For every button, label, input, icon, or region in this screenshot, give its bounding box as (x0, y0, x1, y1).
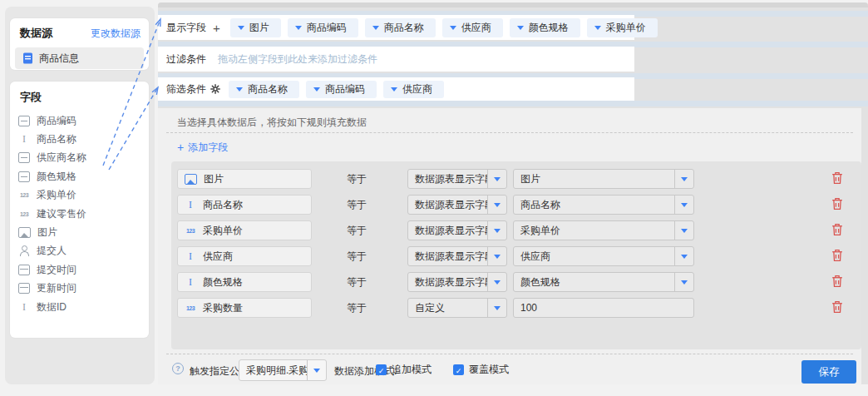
rule-source-value: 数据源表显示字段值 (408, 172, 487, 186)
caret-down-icon[interactable] (487, 196, 506, 214)
screen-condition-tag[interactable]: 商品名称 (229, 81, 299, 98)
rule-value-text: 颜色规格 (514, 275, 674, 290)
tag-label: 商品编码 (325, 82, 365, 97)
field-item[interactable]: 提交人 (18, 242, 141, 260)
rule-field-label: 采购数量 (203, 301, 243, 315)
caret-down-icon[interactable] (487, 170, 506, 188)
delete-row-button[interactable] (831, 249, 843, 262)
field-item[interactable]: 提交时间 (18, 260, 141, 279)
caret-down-icon[interactable] (307, 360, 326, 380)
left-panel: 数据源 更改数据源 商品信息 字段 商品编码 (5, 7, 155, 384)
rule-source-select[interactable]: 数据源表显示字段值 (407, 220, 507, 240)
caret-down-icon[interactable] (487, 299, 506, 317)
caret-down-icon[interactable] (594, 26, 601, 30)
delete-row-button[interactable] (831, 223, 843, 236)
delete-row-button[interactable] (831, 275, 843, 288)
field-item[interactable]: 数据ID (18, 298, 141, 316)
delete-row-button[interactable] (831, 197, 843, 210)
filter-dropzone[interactable]: 拖动左侧字段到此处来添加过滤条件 (218, 52, 377, 67)
rule-source-select[interactable]: 数据源表显示字段值 (407, 195, 507, 215)
formula-select[interactable]: 采购明细.采购... (239, 359, 327, 381)
field-item[interactable]: 商品编码 (18, 111, 141, 130)
rule-source-select[interactable]: 数据源表显示字段值 (407, 272, 507, 292)
rule-value-select[interactable]: 采购单价 (513, 220, 694, 240)
rule-field-box[interactable]: 颜色规格 (177, 272, 312, 292)
display-field-tag[interactable]: 商品名称 (365, 18, 436, 37)
delete-row-button[interactable] (831, 171, 843, 185)
datasource-item[interactable]: 商品信息 (15, 47, 144, 69)
screen-condition-tag[interactable]: 供应商 (383, 81, 444, 98)
rule-operator: 等于 (347, 195, 367, 215)
screen-condition-tags: 商品名称 商品编码 供应商 (229, 81, 444, 98)
help-icon[interactable] (172, 363, 184, 374)
caret-down-icon[interactable] (517, 26, 524, 30)
rule-source-select[interactable]: 数据源表显示字段值 (407, 169, 507, 189)
field-item[interactable]: 更新时间 (18, 280, 141, 298)
caret-down-icon[interactable] (450, 26, 456, 30)
rule-value-select[interactable]: 供应商 (513, 246, 694, 266)
caret-down-icon[interactable] (674, 196, 693, 214)
field-item[interactable]: 图片 (18, 223, 141, 241)
save-button[interactable]: 保存 (801, 360, 856, 384)
rule-field-box[interactable]: 供应商 (177, 246, 312, 266)
rule-value-select[interactable]: 100 (513, 298, 694, 318)
display-field-tag[interactable]: 采购单价 (587, 18, 658, 37)
caret-down-icon[interactable] (674, 221, 693, 240)
field-item-label: 图片 (37, 225, 57, 240)
rule-value-select[interactable]: 商品名称 (513, 195, 694, 215)
caret-down-icon[interactable] (487, 221, 506, 240)
delete-row-button[interactable] (831, 300, 843, 314)
caret-down-icon[interactable] (487, 247, 506, 265)
document-icon (22, 52, 33, 64)
caret-down-icon[interactable] (674, 273, 693, 291)
rule-source-value: 自定义 (408, 301, 487, 315)
rule-field-box[interactable]: 采购数量 (177, 298, 312, 318)
rule-field-box[interactable]: 采购单价 (177, 220, 312, 240)
caret-down-icon[interactable] (674, 247, 693, 265)
screen-condition-tag[interactable]: 商品编码 (306, 81, 377, 98)
field-item[interactable]: 商品名称 (18, 130, 141, 148)
gear-icon[interactable] (210, 84, 220, 94)
checkbox-checked[interactable] (376, 364, 387, 375)
add-display-field-button[interactable]: + (213, 22, 220, 34)
field-item[interactable]: 采购单价 (18, 186, 141, 205)
display-field-tag[interactable]: 供应商 (442, 18, 503, 37)
tag-label: 供应商 (461, 21, 491, 35)
rule-field-label: 采购单价 (203, 224, 243, 238)
rule-field-box[interactable]: 商品名称 (177, 195, 312, 215)
caret-down-icon[interactable] (313, 87, 320, 92)
rule-row: 采购数量 等于 自定义 100 (171, 298, 861, 318)
caret-down-icon[interactable] (236, 87, 243, 92)
rule-value-select[interactable]: 图片 (513, 169, 694, 189)
change-datasource-link[interactable]: 更改数据源 (91, 27, 141, 41)
field-item[interactable]: 建议零售价 (18, 205, 141, 223)
display-field-tag[interactable]: 图片 (230, 18, 281, 37)
field-item-label: 提交人 (37, 244, 67, 258)
background-stripe (158, 101, 868, 106)
field-type-icon (18, 209, 30, 220)
display-field-tag[interactable]: 颜色规格 (510, 18, 580, 37)
rule-field-box[interactable]: 图片 (177, 169, 312, 189)
caret-down-icon[interactable] (238, 26, 244, 30)
field-type-icon (185, 174, 197, 185)
rule-source-select[interactable]: 数据源表显示字段值 (407, 246, 507, 266)
checkbox-checked[interactable] (453, 364, 464, 375)
datasource-title: 数据源 (20, 26, 52, 41)
field-list: 商品编码 商品名称 供应商名称 颜色规格 (10, 110, 149, 318)
rule-operator: 等于 (347, 220, 367, 240)
rule-source-select[interactable]: 自定义 (407, 298, 507, 318)
caret-down-icon[interactable] (295, 26, 302, 30)
caret-down-icon[interactable] (372, 26, 379, 30)
add-field-button[interactable]: 添加字段 (177, 141, 228, 155)
field-type-icon (18, 283, 30, 294)
field-item[interactable]: 供应商名称 (18, 149, 141, 167)
field-item[interactable]: 颜色规格 (18, 167, 141, 186)
tag-label: 商品名称 (384, 21, 424, 35)
caret-down-icon[interactable] (391, 87, 397, 92)
rule-value-select[interactable]: 颜色规格 (513, 272, 694, 292)
caret-down-icon[interactable] (487, 273, 506, 291)
rule-source-value: 数据源表显示字段值 (408, 198, 487, 212)
caret-down-icon[interactable] (674, 170, 693, 188)
display-field-tag[interactable]: 商品编码 (288, 18, 358, 37)
rule-field-label: 供应商 (203, 250, 233, 264)
